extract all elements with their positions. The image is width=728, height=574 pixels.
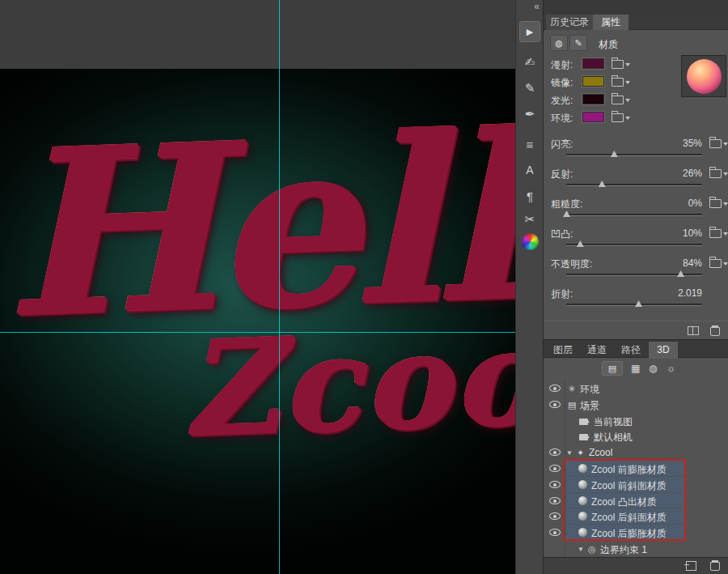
delete-item-icon[interactable] bbox=[710, 560, 720, 571]
list-item-back-bevel-material[interactable]: Zcool 后斜面材质 bbox=[544, 508, 728, 525]
ambient-label: 环境: bbox=[551, 112, 573, 125]
roughness-slider[interactable] bbox=[566, 214, 702, 216]
opacity-label: 不透明度: bbox=[551, 257, 592, 271]
roughness-value[interactable]: 0% bbox=[688, 198, 702, 209]
ambient-texture-folder-icon[interactable] bbox=[612, 113, 624, 122]
list-item-extrusion-material[interactable]: Zcool 凸出材质 bbox=[544, 493, 728, 509]
illumination-label: 发光: bbox=[551, 94, 573, 108]
properties-panel-icon[interactable]: ▶ bbox=[519, 21, 540, 42]
visibility-eye-icon[interactable] bbox=[549, 497, 561, 504]
refraction-slider-thumb[interactable] bbox=[635, 300, 642, 307]
photoshop-window: Hello Zcool « ▶ ✍ ✎ ✒ ≡ A ¶ ✂ 历史记录 属性 ◍ … bbox=[0, 0, 728, 574]
document-area[interactable]: Hello Zcool bbox=[0, 0, 515, 574]
tab-properties[interactable]: 属性 bbox=[593, 15, 629, 30]
guide-horizontal[interactable] bbox=[0, 332, 515, 333]
refraction-label: 折射: bbox=[551, 287, 573, 301]
constraint-icon: ◎ bbox=[588, 544, 596, 555]
disclosure-triangle-icon[interactable]: ▼ bbox=[578, 546, 584, 553]
reflection-label: 反射: bbox=[551, 168, 573, 181]
list-item-scene[interactable]: ▤ 场景 bbox=[544, 397, 728, 413]
collapse-dock-icon[interactable]: « bbox=[534, 1, 539, 12]
slice-panel-icon[interactable]: ✂ bbox=[516, 212, 544, 227]
color-wheel-icon[interactable] bbox=[522, 233, 539, 250]
hand-tool-icon[interactable]: ✍ bbox=[516, 55, 544, 70]
clone-source-panel-icon[interactable]: ✒ bbox=[516, 107, 544, 121]
reflection-slider[interactable] bbox=[566, 184, 702, 186]
list-item-environment[interactable]: ✳ 环境 bbox=[544, 381, 728, 397]
panel-header-strip bbox=[544, 0, 728, 15]
illumination-swatch[interactable] bbox=[582, 94, 604, 104]
new-item-icon[interactable] bbox=[686, 561, 696, 571]
list-item-default-camera[interactable]: 默认相机 bbox=[544, 428, 728, 444]
shine-slider[interactable] bbox=[566, 154, 702, 156]
refraction-value[interactable]: 2.019 bbox=[678, 287, 702, 299]
opacity-value[interactable]: 84% bbox=[683, 257, 702, 269]
bump-slider[interactable] bbox=[566, 244, 702, 246]
tab-layers[interactable]: 图层 bbox=[547, 342, 579, 359]
visibility-eye-icon[interactable] bbox=[549, 512, 561, 520]
visibility-eye-icon[interactable] bbox=[549, 401, 561, 408]
visibility-eye-icon[interactable] bbox=[549, 481, 561, 488]
reflection-value[interactable]: 26% bbox=[683, 168, 702, 179]
visibility-eye-icon[interactable] bbox=[549, 385, 561, 392]
visibility-eye-icon[interactable] bbox=[549, 529, 561, 536]
tab-history[interactable]: 历史记录 bbox=[546, 15, 593, 30]
list-item-boundary-constraint[interactable]: ▼ ◎ 边界约束 1 bbox=[544, 541, 728, 557]
roughness-slider-thumb[interactable] bbox=[563, 210, 570, 217]
properties-delete-icon[interactable] bbox=[710, 325, 720, 336]
camera-icon bbox=[579, 434, 588, 440]
tab-paths[interactable]: 路径 bbox=[615, 342, 647, 359]
visibility-eye-icon[interactable] bbox=[549, 449, 561, 456]
filter-mesh-icon[interactable]: ▦ bbox=[631, 363, 640, 374]
character-panel-icon[interactable]: A bbox=[516, 164, 544, 176]
roughness-texture-folder-icon[interactable] bbox=[709, 199, 722, 208]
bump-texture-folder-icon[interactable] bbox=[709, 229, 722, 238]
adjustments-panel-icon[interactable]: ≡ bbox=[516, 138, 544, 151]
material-sphere-icon bbox=[578, 480, 587, 489]
shine-slider-thumb[interactable] bbox=[611, 151, 618, 157]
diffuse-swatch[interactable] bbox=[582, 58, 604, 69]
properties-list-view-icon[interactable] bbox=[688, 326, 699, 335]
filter-material-icon[interactable]: ◍ bbox=[649, 363, 657, 374]
list-item-back-inflation-material[interactable]: Zcool 后膨胀材质 bbox=[544, 525, 728, 541]
shine-texture-folder-icon[interactable] bbox=[709, 139, 722, 148]
list-item-front-inflation-material[interactable]: Zcool 前膨胀材质 bbox=[544, 461, 728, 477]
list-item-current-view[interactable]: 当前视图 bbox=[544, 413, 728, 429]
list-item-label: Zcool 前斜面材质 bbox=[591, 479, 667, 493]
opacity-texture-folder-icon[interactable] bbox=[709, 259, 722, 268]
brush-panel-icon[interactable]: ✎ bbox=[516, 81, 544, 96]
material-preview-box[interactable] bbox=[681, 55, 726, 97]
illumination-texture-folder-icon[interactable] bbox=[612, 96, 624, 104]
shine-value[interactable]: 35% bbox=[683, 138, 702, 149]
filter-scene-button[interactable]: ▤ bbox=[602, 361, 623, 376]
material-sphere-button[interactable]: ◍ bbox=[550, 35, 568, 51]
tab-channels[interactable]: 通道 bbox=[581, 342, 613, 359]
right-panel: 历史记录 属性 ◍ ✎ 材质 漫射: 镜像: 发光: 环境: 闪亮: 35% 反… bbox=[544, 0, 728, 574]
bump-slider-thumb[interactable] bbox=[577, 240, 584, 247]
list-item-label: Zcool 凸出材质 bbox=[591, 495, 657, 509]
specular-texture-folder-icon[interactable] bbox=[612, 78, 624, 87]
reflection-slider-thumb[interactable] bbox=[599, 181, 606, 187]
reflection-texture-folder-icon[interactable] bbox=[709, 169, 722, 178]
specular-label: 镜像: bbox=[551, 76, 573, 90]
refraction-slider[interactable] bbox=[566, 304, 702, 306]
bump-value[interactable]: 10% bbox=[683, 227, 702, 239]
visibility-eye-icon[interactable] bbox=[549, 465, 561, 472]
list-item-label: Zcool 后膨胀材质 bbox=[591, 527, 667, 541]
canvas-artwork[interactable]: Hello Zcool bbox=[0, 69, 515, 574]
3d-filter-row: ▤ ▦ ◍ ☼ bbox=[544, 359, 728, 381]
opacity-slider[interactable] bbox=[566, 274, 702, 276]
list-item-zcool-mesh[interactable]: ▼ ✦ Zcool bbox=[544, 444, 728, 461]
list-item-label: 场景 bbox=[580, 399, 599, 413]
ambient-swatch[interactable] bbox=[582, 112, 604, 122]
guide-vertical[interactable] bbox=[279, 0, 280, 574]
tab-3d[interactable]: 3D bbox=[649, 342, 678, 359]
specular-swatch[interactable] bbox=[582, 76, 604, 87]
disclosure-triangle-icon[interactable]: ▼ bbox=[566, 449, 573, 457]
list-item-front-bevel-material[interactable]: Zcool 前斜面材质 bbox=[544, 477, 728, 493]
material-paint-button[interactable]: ✎ bbox=[569, 35, 587, 51]
paragraph-panel-icon[interactable]: ¶ bbox=[516, 189, 544, 203]
diffuse-texture-folder-icon[interactable] bbox=[612, 60, 624, 69]
opacity-slider-thumb[interactable] bbox=[677, 270, 684, 277]
filter-light-icon[interactable]: ☼ bbox=[667, 363, 675, 374]
